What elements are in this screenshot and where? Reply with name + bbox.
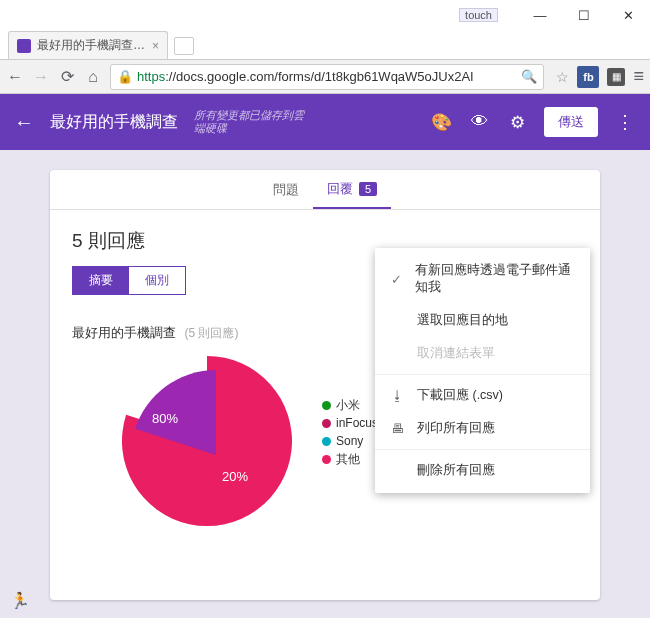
menu-select-destination[interactable]: 選取回應目的地 bbox=[375, 304, 590, 337]
print-icon: 🖶 bbox=[389, 421, 405, 436]
form-card: 問題 回覆 5 5 則回應 摘要 個別 最好用的手機調查 (5 則回應) bbox=[50, 170, 600, 600]
forward-button[interactable]: → bbox=[32, 68, 50, 86]
url-protocol: https bbox=[137, 69, 165, 84]
card-tabs: 問題 回覆 5 bbox=[50, 170, 600, 210]
menu-delete-all[interactable]: 刪除所有回應 bbox=[375, 454, 590, 487]
maximize-button[interactable]: ☐ bbox=[562, 0, 606, 30]
save-status: 所有變更都已儲存到雲 端硬碟 bbox=[194, 109, 304, 135]
close-window-button[interactable]: ✕ bbox=[606, 0, 650, 30]
preview-eye-icon[interactable]: 👁 bbox=[468, 111, 490, 133]
reload-button[interactable]: ⟳ bbox=[58, 68, 76, 86]
palette-icon[interactable]: 🎨 bbox=[430, 111, 452, 133]
view-segmented-control: 摘要 個別 bbox=[72, 266, 186, 295]
content-area: 問題 回覆 5 5 則回應 摘要 個別 最好用的手機調查 (5 則回應) bbox=[0, 150, 650, 618]
legend-item: 小米 bbox=[322, 396, 378, 414]
legend-dot-icon bbox=[322, 437, 331, 446]
menu-print-all[interactable]: 🖶 列印所有回應 bbox=[375, 412, 590, 445]
tab-title: 最好用的手機調查 - Goog bbox=[37, 37, 146, 54]
address-bar[interactable]: 🔒 https://docs.google.com/forms/d/1t8kgb… bbox=[110, 64, 544, 90]
back-arrow-icon[interactable]: ← bbox=[14, 111, 34, 134]
legend-item: 其他 bbox=[322, 450, 378, 468]
menu-download-csv[interactable]: ⭳ 下載回應 (.csv) bbox=[375, 379, 590, 412]
url-path: ://docs.google.com/forms/d/1t8kgb61WqaW5… bbox=[165, 69, 474, 84]
legend-dot-icon bbox=[322, 401, 331, 410]
home-button[interactable]: ⌂ bbox=[84, 68, 102, 86]
browser-tab[interactable]: 最好用的手機調查 - Goog × bbox=[8, 31, 168, 59]
download-icon: ⭳ bbox=[389, 388, 405, 403]
runner-icon: 🏃 bbox=[10, 591, 30, 610]
responses-count-badge: 5 bbox=[359, 182, 377, 196]
seg-summary-button[interactable]: 摘要 bbox=[73, 267, 129, 294]
menu-divider bbox=[375, 374, 590, 375]
checkmark-icon bbox=[389, 272, 403, 287]
menu-notify-email[interactable]: 有新回應時透過電子郵件通知我 bbox=[375, 254, 590, 304]
settings-gear-icon[interactable]: ⚙ bbox=[506, 111, 528, 133]
window-title-bar: touch — ☐ ✕ bbox=[0, 0, 650, 30]
back-button[interactable]: ← bbox=[6, 68, 24, 86]
legend-item: inFocus bbox=[322, 414, 378, 432]
form-title[interactable]: 最好用的手機調查 bbox=[50, 112, 178, 133]
new-tab-button[interactable] bbox=[174, 37, 194, 55]
responses-options-menu: 有新回應時透過電子郵件通知我 選取回應目的地 取消連結表單 ⭳ 下載回應 (.c… bbox=[375, 248, 590, 493]
legend-item: Sony bbox=[322, 432, 378, 450]
pie-chart: 80% 20% bbox=[122, 356, 292, 526]
lock-icon: 🔒 bbox=[117, 69, 133, 84]
mic-icon[interactable]: 🔍 bbox=[521, 69, 537, 84]
facebook-extension-icon[interactable]: fb bbox=[577, 66, 599, 88]
seg-individual-button[interactable]: 個別 bbox=[129, 267, 185, 294]
touch-mode-label: touch bbox=[459, 8, 498, 22]
legend-dot-icon bbox=[322, 419, 331, 428]
tab-responses-label: 回覆 bbox=[327, 180, 353, 198]
bookmark-star-icon[interactable]: ☆ bbox=[556, 69, 569, 85]
chart-title: 最好用的手機調查 bbox=[72, 325, 176, 340]
forms-favicon bbox=[17, 39, 31, 53]
send-button[interactable]: 傳送 bbox=[544, 107, 598, 137]
chart-legend: 小米 inFocus Sony 其他 bbox=[322, 396, 378, 526]
pie-label-20: 20% bbox=[222, 469, 248, 484]
tab-questions[interactable]: 問題 bbox=[259, 170, 313, 209]
more-menu-icon[interactable]: ⋮ bbox=[614, 111, 636, 133]
tab-responses[interactable]: 回覆 5 bbox=[313, 170, 391, 209]
menu-unlink-form: 取消連結表單 bbox=[375, 337, 590, 370]
browser-tab-strip: 最好用的手機調查 - Goog × bbox=[0, 30, 650, 60]
browser-toolbar: ← → ⟳ ⌂ 🔒 https://docs.google.com/forms/… bbox=[0, 60, 650, 94]
chart-subtitle: (5 則回應) bbox=[184, 326, 238, 340]
menu-divider bbox=[375, 449, 590, 450]
pie-label-80: 80% bbox=[152, 411, 178, 426]
minimize-button[interactable]: — bbox=[518, 0, 562, 30]
legend-dot-icon bbox=[322, 455, 331, 464]
close-tab-icon[interactable]: × bbox=[152, 39, 159, 53]
chrome-menu-icon[interactable]: ≡ bbox=[633, 66, 644, 87]
extension-icon[interactable]: ▦ bbox=[607, 68, 625, 86]
forms-header: ← 最好用的手機調查 所有變更都已儲存到雲 端硬碟 🎨 👁 ⚙ 傳送 ⋮ bbox=[0, 94, 650, 150]
